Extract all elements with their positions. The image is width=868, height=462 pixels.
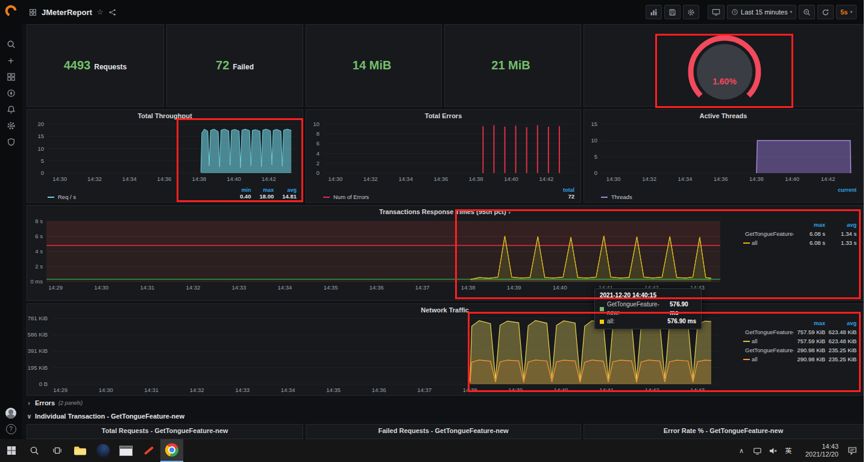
tooltip-timestamp: 2021-12-20 14:40:15	[600, 292, 696, 299]
panel-title[interactable]: Error Rate % - GetTongueFeature-new	[584, 425, 863, 437]
received-stat-panel: 14 MiB	[306, 24, 442, 107]
panel-title[interactable]: Active Threads	[584, 110, 863, 122]
browser-fullscreen: +	[0, 0, 864, 462]
svg-text:14:32: 14:32	[642, 176, 656, 182]
dashboard-navbar: JMeterReport ☆	[22, 0, 864, 24]
search-icon	[30, 446, 39, 455]
panel-title[interactable]: Total Throughput	[27, 110, 303, 122]
grafana-sidebar: +	[0, 0, 22, 439]
task-view-button[interactable]	[46, 439, 69, 462]
svg-text:0: 0	[316, 169, 319, 176]
svg-text:14:33: 14:33	[235, 387, 250, 393]
star-icon[interactable]: ☆	[97, 8, 104, 16]
svg-text:0: 0	[41, 169, 44, 176]
save-dashboard-button[interactable]	[664, 5, 681, 19]
start-button[interactable]	[0, 439, 23, 462]
ime-language-indicator[interactable]: 英	[781, 439, 796, 462]
svg-text:14:37: 14:37	[417, 387, 432, 393]
user-avatar[interactable]	[5, 408, 16, 419]
grafana-logo[interactable]	[4, 4, 18, 18]
threads-legend[interactable]: Threadscurrent	[601, 187, 857, 200]
windows-taskbar: ∧ 英 14:43 2021/12/20	[0, 439, 864, 462]
svg-text:14:41: 14:41	[599, 387, 614, 393]
chevron-down-icon: ▾	[850, 10, 852, 14]
row-errors[interactable]: › Errors (2 panels)	[27, 397, 83, 408]
sidebar-dashboards-button[interactable]	[0, 69, 22, 85]
dashboard-settings-button[interactable]	[683, 5, 699, 19]
network-traffic-chart[interactable]: 0 B195 KiB391 KiB586 KiB781 KiB14:2914:3…	[27, 304, 863, 395]
add-panel-icon	[650, 8, 658, 16]
grafana-logo-icon	[4, 4, 17, 17]
panel-title[interactable]: Transactions Response Times (95th pct)	[379, 208, 506, 215]
row-individual-transaction[interactable]: ∨ Individual Transaction - GetTongueFeat…	[27, 411, 184, 422]
chevron-up-icon: ∧	[739, 447, 744, 455]
sidebar-explore-button[interactable]	[0, 85, 22, 101]
network-traffic-legend[interactable]: maxavgGetTongueFeature-new757.59 KiB623.…	[743, 318, 857, 364]
panel-menu-caret-icon[interactable]: ▾	[509, 210, 511, 215]
panel-title[interactable]: Network Traffic	[27, 304, 863, 316]
time-range-picker[interactable]: Last 15 minutes ▾	[727, 5, 796, 19]
add-panel-button[interactable]	[646, 5, 662, 19]
svg-text:10: 10	[37, 145, 44, 152]
app-button-2[interactable]	[115, 439, 137, 462]
panel-title[interactable]: Failed Requests - GetTongueFeature-new	[306, 425, 580, 437]
refresh-interval-dropdown[interactable]: 5s ▾	[836, 5, 857, 19]
response-times-panel: Transactions Response Times (95th pct)▾ …	[27, 205, 863, 301]
file-explorer-button[interactable]	[69, 439, 92, 462]
gauge-value: 1.60%	[700, 77, 749, 86]
stat-label: Failed	[233, 63, 254, 71]
volume-muted-icon	[769, 446, 778, 455]
svg-text:391 KiB: 391 KiB	[28, 347, 48, 354]
dashboards-icon	[7, 72, 16, 81]
svg-text:14:42: 14:42	[539, 176, 553, 182]
action-center-button[interactable]	[841, 439, 864, 462]
refresh-button[interactable]	[817, 5, 834, 19]
row-panel-count: (2 panels)	[58, 400, 83, 406]
sidebar-search-button[interactable]	[0, 36, 22, 52]
svg-text:14:36: 14:36	[714, 176, 728, 182]
sidebar-server-admin-button[interactable]	[0, 134, 22, 150]
svg-text:14:34: 14:34	[278, 284, 292, 291]
svg-text:14:38: 14:38	[463, 387, 477, 393]
throughput-legend[interactable]: Req / smin0.40max18.00avg14.81	[48, 187, 297, 200]
row-title: Individual Transaction - GetTongueFeatur…	[35, 413, 184, 420]
red-pen-icon	[142, 444, 156, 457]
task-view-icon	[52, 446, 62, 455]
svg-text:14:40: 14:40	[785, 176, 799, 182]
help-icon[interactable]: ?	[6, 424, 16, 434]
taskbar-clock[interactable]: 14:43 2021/12/20	[796, 439, 841, 462]
svg-text:14:34: 14:34	[398, 176, 413, 182]
clock-date: 2021/12/20	[805, 451, 838, 458]
sidebar-alerting-button[interactable]	[0, 101, 22, 118]
stat-value: 21 MiB	[491, 59, 530, 72]
chrome-button[interactable]	[160, 439, 183, 462]
alerting-bell-icon	[7, 105, 16, 114]
tray-expand-button[interactable]: ∧	[734, 439, 749, 462]
tv-mode-button[interactable]	[708, 5, 725, 19]
app-button-3[interactable]	[137, 439, 160, 462]
clock-icon	[731, 8, 738, 16]
svg-text:14:30: 14:30	[329, 176, 343, 182]
response-times-chart[interactable]: 0 ms2 s4 s6 s8 s14:2914:3014:3114:3214:3…	[27, 206, 863, 300]
svg-text:6 s: 6 s	[35, 233, 43, 239]
app-button-1[interactable]	[92, 439, 115, 462]
taskbar-search-button[interactable]	[23, 439, 46, 462]
sidebar-configuration-button[interactable]	[0, 118, 22, 134]
volume-tray-button[interactable]	[765, 439, 781, 462]
errors-legend[interactable]: Num of Errorstotal72	[323, 187, 574, 200]
share-icon[interactable]	[108, 8, 116, 16]
row-title: Errors	[35, 399, 55, 407]
svg-text:195 KiB: 195 KiB	[28, 364, 48, 371]
windows-logo-icon	[7, 446, 16, 455]
panel-title[interactable]: Total Errors	[306, 110, 580, 122]
tv-monitor-icon	[712, 8, 720, 16]
page-title[interactable]: JMeterReport	[42, 8, 92, 17]
svg-text:14:36: 14:36	[370, 284, 384, 291]
response-times-legend[interactable]: maxavgGetTongueFeature-new6.08 s1.34 sal…	[743, 220, 857, 247]
svg-text:14:37: 14:37	[415, 284, 430, 291]
panel-title[interactable]: Total Requests - GetTongueFeature-new	[27, 425, 303, 437]
zoom-out-button[interactable]	[799, 5, 815, 19]
svg-text:5: 5	[594, 153, 597, 160]
network-tray-button[interactable]	[749, 439, 765, 462]
sidebar-create-button[interactable]: +	[0, 52, 22, 69]
